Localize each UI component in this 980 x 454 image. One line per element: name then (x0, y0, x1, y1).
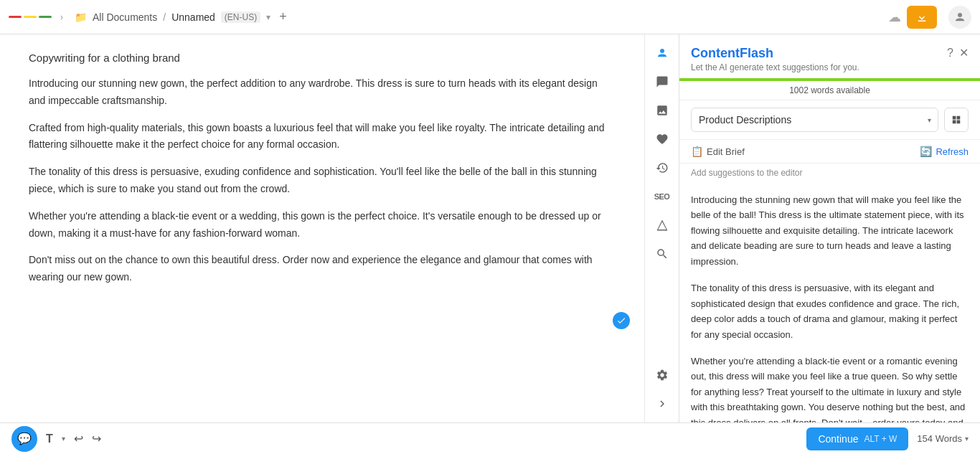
editor-title: Copywriting for a clothing brand (29, 52, 616, 64)
folder-icon: 📁 (75, 11, 87, 23)
cf-grid-view-button[interactable] (944, 108, 969, 132)
bottom-bar: 💬 T ▾ ↩ ↪ Continue ALT + W 154 Words ▾ (0, 422, 980, 454)
sidebar-icon-expand[interactable] (649, 391, 675, 417)
cf-controls: Product Descriptions Blog Post Social Me… (679, 100, 980, 140)
continue-shortcut: ALT + W (864, 434, 897, 444)
grid-icon (951, 115, 961, 125)
format-chevron-icon[interactable]: ▾ (62, 435, 65, 443)
sidebar-icon-chat[interactable] (649, 69, 675, 95)
logo-line-yellow (24, 16, 37, 18)
refresh-icon: 🔄 (920, 146, 932, 157)
editor-paragraph-1: Introducing our stunning new gown, the p… (29, 75, 616, 110)
edit-brief-icon: 📋 (691, 146, 703, 157)
cf-words-available: 1002 words available (679, 81, 980, 100)
chat-icon: 💬 (17, 432, 32, 445)
check-icon (616, 316, 626, 326)
cf-template-select[interactable]: Product Descriptions Blog Post Social Me… (691, 108, 938, 132)
sidebar-icon-shapes[interactable] (649, 212, 675, 238)
cf-title: ContentFlash (691, 46, 947, 61)
editor-paragraph-2: Crafted from high-quality materials, thi… (29, 120, 616, 154)
sidebar-icon-history[interactable] (649, 155, 675, 181)
completion-badge (613, 312, 630, 329)
editor-paragraph-5: Don't miss out on the chance to own this… (29, 252, 616, 286)
cf-hint: Add suggestions to the editor (679, 164, 980, 184)
word-count-value: 154 Words (917, 433, 962, 444)
language-chevron[interactable]: ▾ (266, 12, 270, 22)
redo-button[interactable]: ↪ (92, 432, 101, 445)
edit-brief-label: Edit Brief (707, 146, 745, 157)
logo-line-red (9, 16, 22, 18)
main-layout: Copywriting for a clothing brand Introdu… (0, 34, 980, 422)
sidebar-icon-image[interactable] (649, 98, 675, 123)
download-button[interactable] (907, 6, 937, 29)
cf-help-icon[interactable]: ? (947, 47, 953, 60)
cf-header: ContentFlash Let the AI generate text su… (679, 34, 980, 78)
svg-point-0 (958, 13, 962, 17)
add-tab-button[interactable]: + (279, 9, 287, 24)
word-count-chevron-icon: ▾ (965, 435, 969, 443)
contentflash-panel: ContentFlash Let the AI generate text su… (679, 34, 980, 422)
word-count[interactable]: 154 Words ▾ (917, 433, 969, 444)
cf-suggestion-2: The tonality of this dress is persuasive… (691, 280, 969, 342)
cf-select-wrapper: Product Descriptions Blog Post Social Me… (691, 108, 938, 132)
sidebar-icon-search[interactable] (649, 241, 675, 267)
topbar: › 📁 All Documents / Unnamed (EN-US) ▾ + … (0, 0, 980, 34)
cf-suggestion-1: Introducing the stunning new gown that w… (691, 192, 969, 269)
editor-area[interactable]: Copywriting for a clothing brand Introdu… (0, 34, 644, 422)
format-text-button[interactable]: T (46, 432, 53, 445)
right-sidebar: SEO (644, 34, 679, 422)
cf-subtitle: Let the AI generate text suggestions for… (691, 62, 947, 72)
cloud-sync-icon[interactable]: ☁ (888, 9, 901, 25)
ai-robot-icon (953, 11, 966, 24)
cf-suggestion-3: Whether you're attending a black-tie eve… (691, 354, 969, 422)
breadcrumb-separator: / (163, 11, 166, 23)
sidebar-icon-seo[interactable]: SEO (649, 184, 675, 209)
ai-icon[interactable] (948, 6, 971, 29)
chat-button[interactable]: 💬 (11, 426, 37, 452)
logo-arrow[interactable]: › (60, 12, 63, 22)
cf-suggestions: Introducing the stunning new gown that w… (679, 184, 980, 422)
logo (9, 16, 52, 18)
download-icon (915, 11, 928, 24)
sidebar-icon-settings[interactable] (649, 362, 675, 388)
editor-paragraph-3: The tonality of this dress is persuasive… (29, 164, 616, 198)
cf-title-area: ContentFlash Let the AI generate text su… (691, 46, 947, 72)
document-language: (EN-US) (221, 11, 260, 23)
editor-paragraph-4: Whether you're attending a black-tie eve… (29, 208, 616, 242)
document-name[interactable]: Unnamed (171, 11, 215, 23)
logo-line-green (39, 16, 52, 18)
continue-button[interactable]: Continue ALT + W (806, 427, 908, 450)
edit-brief-button[interactable]: 📋 Edit Brief (691, 146, 745, 157)
refresh-button[interactable]: 🔄 Refresh (920, 146, 969, 157)
sidebar-icon-favorites[interactable] (649, 126, 675, 152)
cf-header-icons: ? ✕ (947, 46, 969, 60)
cf-actions: 📋 Edit Brief 🔄 Refresh (679, 140, 980, 164)
svg-point-1 (660, 49, 664, 53)
refresh-label: Refresh (936, 146, 969, 157)
sidebar-icon-ai[interactable] (649, 40, 675, 66)
continue-label: Continue (818, 433, 858, 445)
undo-button[interactable]: ↩ (74, 432, 83, 445)
breadcrumb: 📁 All Documents / Unnamed (EN-US) ▾ + (75, 9, 287, 24)
cf-close-icon[interactable]: ✕ (959, 46, 969, 60)
all-documents-link[interactable]: All Documents (93, 11, 157, 23)
